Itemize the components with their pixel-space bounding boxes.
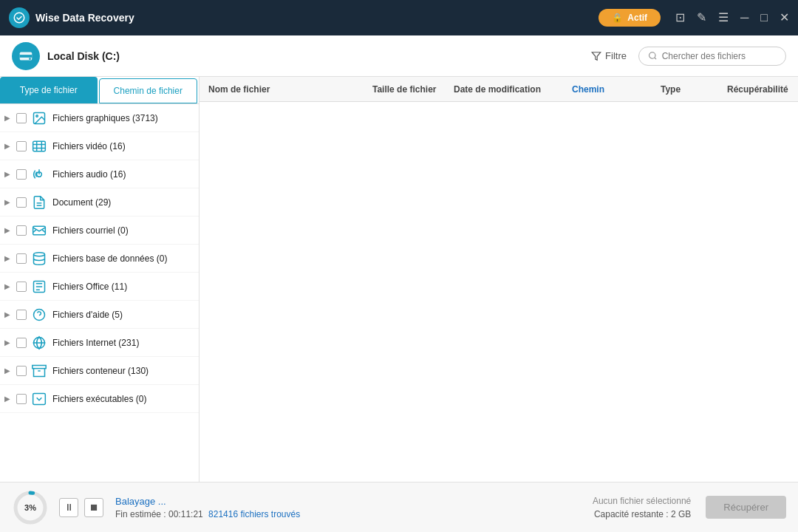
svg-marker-4 <box>592 52 601 60</box>
checkbox-help[interactable] <box>16 310 27 320</box>
search-input[interactable] <box>662 51 777 61</box>
col-datemod: Date de modification <box>448 84 566 95</box>
svg-point-5 <box>649 52 655 58</box>
titlebar: Wise Data Recovery 🔒 Actif ⊡ ✎ ☰ ─ □ ✕ <box>0 0 798 35</box>
video-icon <box>31 138 47 154</box>
audio-label: Fichiers audio (16) <box>52 169 126 180</box>
office-icon <box>31 279 47 295</box>
checkbox-email[interactable] <box>16 225 27 236</box>
email-icon <box>31 222 47 239</box>
svg-rect-26 <box>33 393 46 404</box>
scan-status: Balayage ... <box>115 496 593 507</box>
estimated-end-label: Fin estimée : 00:11:21 <box>115 509 203 519</box>
files-found-label: 821416 fichiers trouvés <box>208 509 300 519</box>
drivebar: Local Disk (C:) Filtre <box>0 35 798 77</box>
document-icon <box>31 194 47 211</box>
progress-circle: 3% <box>12 489 49 526</box>
list-item[interactable]: ▶ Fichiers courriel (0) <box>0 216 199 245</box>
svg-point-3 <box>29 58 31 60</box>
recover-button[interactable]: Récupérer <box>706 496 786 519</box>
svg-point-8 <box>36 115 38 117</box>
minimize-icon[interactable]: ─ <box>740 12 748 24</box>
stop-button[interactable]: ⏹ <box>84 498 103 517</box>
filter-button[interactable]: Filtre <box>591 50 627 61</box>
checkbox-audio[interactable] <box>16 169 27 180</box>
expand-arrow-database[interactable]: ▶ <box>4 254 16 262</box>
checkbox-graphics[interactable] <box>16 113 27 123</box>
list-item[interactable]: ▶ Fichiers exécutables (0) <box>0 385 199 413</box>
content-empty <box>200 102 798 482</box>
sidebar: Type de fichier Chemin de fichier ▶ Fich… <box>0 77 200 482</box>
active-button[interactable]: 🔒 Actif <box>598 9 661 27</box>
expand-arrow-email[interactable]: ▶ <box>4 226 16 234</box>
list-item[interactable]: ▶ Fichiers Internet (231) <box>0 329 199 357</box>
list-item[interactable]: ▶ Fichiers base de données (0) <box>0 245 199 273</box>
lock-icon: 🔒 <box>612 13 623 23</box>
archive-icon <box>31 363 47 379</box>
executable-label: Fichiers exécutables (0) <box>52 394 146 404</box>
progress-percent: 3% <box>24 503 36 512</box>
internet-label: Fichiers Internet (231) <box>52 338 139 348</box>
tab-file-type[interactable]: Type de fichier <box>0 77 98 103</box>
executable-icon <box>31 391 47 407</box>
list-item[interactable]: ▶ Fichiers conteneur (130) <box>0 357 199 385</box>
list-item[interactable]: ▶ Document (29) <box>0 188 199 216</box>
file-status-section: Aucun fichier sélectionné Capacité resta… <box>593 496 691 519</box>
edit-icon[interactable]: ✎ <box>697 12 706 24</box>
search-box <box>638 47 786 66</box>
list-item[interactable]: ▶ Fichiers Office (11) <box>0 273 199 301</box>
bottom-right: Aucun fichier sélectionné Capacité resta… <box>593 496 786 519</box>
list-item[interactable]: ▶ Fichiers d'aide (5) <box>0 301 199 329</box>
checkbox-archive[interactable] <box>16 366 27 376</box>
bottombar: 3% ⏸ ⏹ Balayage ... Fin estimée : 00:11:… <box>0 482 798 532</box>
search-icon <box>648 51 658 61</box>
list-item[interactable]: ▶ Fichiers audio (16) <box>0 160 199 188</box>
tab-row: Type de fichier Chemin de fichier <box>0 77 199 104</box>
checkbox-office[interactable] <box>16 282 27 292</box>
maximize-icon[interactable]: □ <box>760 12 768 24</box>
checkbox-executable[interactable] <box>16 394 27 404</box>
expand-arrow-audio[interactable]: ▶ <box>4 170 16 178</box>
archive-label: Fichiers conteneur (130) <box>52 366 149 376</box>
svg-point-19 <box>34 252 45 256</box>
help-label: Fichiers d'aide (5) <box>52 310 123 320</box>
drive-label: Local Disk (C:) <box>47 50 591 62</box>
document-label: Document (29) <box>52 197 111 208</box>
expand-arrow-document[interactable]: ▶ <box>4 198 16 206</box>
tab-file-path[interactable]: Chemin de fichier <box>99 78 198 103</box>
expand-arrow-executable[interactable]: ▶ <box>4 395 16 403</box>
no-file-label: Aucun fichier sélectionné <box>593 496 691 506</box>
checkbox-database[interactable] <box>16 253 27 264</box>
scan-estimate: Fin estimée : 00:11:21 821416 fichiers t… <box>115 509 593 519</box>
expand-arrow-video[interactable]: ▶ <box>4 142 16 150</box>
main-area: Type de fichier Chemin de fichier ▶ Fich… <box>0 77 798 482</box>
close-icon[interactable]: ✕ <box>780 12 789 24</box>
expand-arrow-help[interactable]: ▶ <box>4 310 16 318</box>
menu-icon[interactable]: ☰ <box>718 12 729 24</box>
column-header: Nom de fichier Taille de fichier Date de… <box>200 77 798 102</box>
col-type: Type <box>655 84 721 95</box>
filter-label: Filtre <box>605 50 627 61</box>
help-icon <box>31 307 47 323</box>
col-filesize: Taille de fichier <box>366 84 448 95</box>
checkbox-internet[interactable] <box>16 338 27 348</box>
drive-icon <box>12 42 40 70</box>
expand-arrow-graphics[interactable]: ▶ <box>4 114 16 122</box>
scan-info: Balayage ... Fin estimée : 00:11:21 8214… <box>115 496 593 519</box>
checkbox-document[interactable] <box>16 197 27 208</box>
content-area: Nom de fichier Taille de fichier Date de… <box>200 77 798 482</box>
svg-rect-9 <box>33 141 46 151</box>
expand-arrow-internet[interactable]: ▶ <box>4 338 16 347</box>
list-item[interactable]: ▶ Fichiers vidéo (16) <box>0 132 199 160</box>
monitor-icon[interactable]: ⊡ <box>675 12 685 24</box>
svg-point-21 <box>34 309 45 320</box>
checkbox-video[interactable] <box>16 141 27 151</box>
playback-controls: ⏸ ⏹ <box>59 498 103 517</box>
window-controls: ⊡ ✎ ☰ ─ □ ✕ <box>675 12 789 24</box>
expand-arrow-archive[interactable]: ▶ <box>4 366 16 375</box>
expand-arrow-office[interactable]: ▶ <box>4 282 16 290</box>
list-item[interactable]: ▶ Fichiers graphiques (3713) <box>0 104 199 132</box>
pause-button[interactable]: ⏸ <box>59 498 78 517</box>
col-filename: Nom de fichier <box>202 84 366 95</box>
video-label: Fichiers vidéo (16) <box>52 141 126 151</box>
